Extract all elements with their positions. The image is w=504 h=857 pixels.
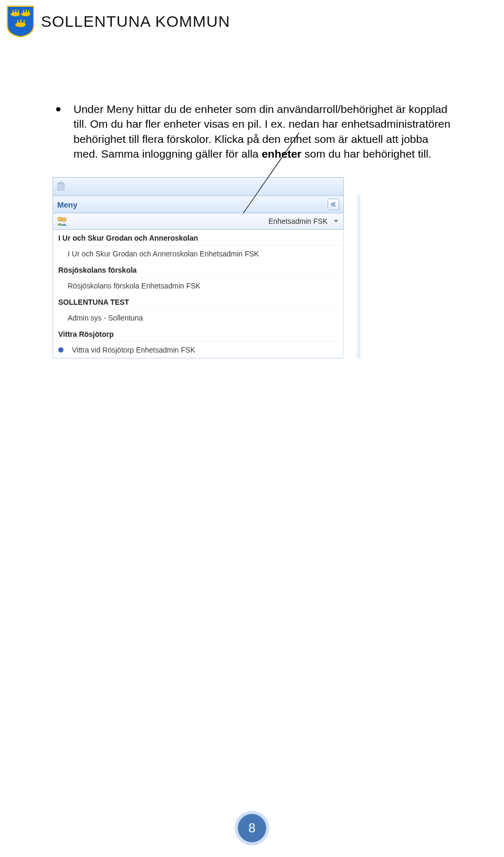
instruction-line: som du har behörighet till. (301, 148, 431, 160)
building-icon (56, 182, 66, 191)
role-selector[interactable]: Enhetsadmin FSK (52, 213, 344, 230)
collapse-button[interactable] (328, 199, 339, 210)
instruction-line: Samma inloggning gäller för alla (101, 148, 262, 160)
users-icon (56, 216, 68, 226)
svg-rect-1 (13, 10, 14, 14)
dropdown-item[interactable]: Vittra vid Rösjötorp Enhetsadmin FSK (53, 342, 343, 358)
svg-rect-17 (60, 185, 61, 187)
page-number-badge: 8 (238, 814, 266, 842)
dropdown-group: Vittra Rösjötorp (53, 326, 343, 342)
dropdown-item[interactable]: I Ur och Skur Grodan och Anneroskolan En… (53, 245, 343, 262)
crest-icon (6, 5, 35, 38)
svg-rect-11 (24, 20, 25, 25)
svg-point-22 (58, 217, 62, 221)
svg-rect-5 (23, 10, 24, 14)
svg-rect-14 (58, 184, 64, 190)
instruction-text: Under Meny hittar du de enheter som din … (74, 102, 452, 161)
menu-header: Meny (52, 195, 344, 213)
dropdown-item-label: I Ur och Skur Grodan och Anneroskolan En… (68, 250, 259, 258)
dropdown-item-label: Rösjöskolans förskola Enhetsadmin FSK (68, 282, 201, 290)
page-header: SOLLENTUNA KOMMUN (0, 0, 504, 39)
current-indicator-icon (58, 347, 64, 353)
chevron-left-double-icon (331, 202, 336, 207)
svg-rect-18 (62, 185, 63, 187)
svg-rect-10 (20, 19, 22, 25)
panel-side-border (356, 195, 360, 358)
dropdown-item[interactable]: Admin sys - Sollentuna (53, 309, 343, 326)
instruction-strong: enheter (261, 148, 301, 160)
app-panel: Meny Enhetsadmin FSK I Ur och Skur Groda… (52, 177, 344, 358)
instruction-line: Om du har fler enheter visas en pil. I e… (90, 118, 450, 130)
dropdown-item-label: Admin sys - Sollentuna (68, 314, 143, 322)
chevron-down-icon (334, 220, 338, 223)
svg-rect-16 (59, 185, 60, 187)
svg-marker-15 (57, 182, 65, 184)
unit-dropdown: I Ur och Skur Grodan och Anneroskolan I … (52, 230, 344, 358)
svg-rect-9 (17, 20, 18, 25)
svg-point-23 (62, 218, 66, 222)
dropdown-item-label: Vittra vid Rösjötorp Enhetsadmin FSK (72, 346, 195, 354)
org-title: SOLLENTUNA KOMMUN (41, 13, 230, 30)
svg-rect-7 (28, 10, 29, 14)
svg-rect-2 (15, 9, 16, 14)
page-number: 8 (248, 821, 255, 835)
app-screenshot: Meny Enhetsadmin FSK I Ur och Skur Groda… (52, 177, 357, 358)
dropdown-group: I Ur och Skur Grodan och Anneroskolan (53, 230, 343, 245)
svg-rect-19 (59, 188, 60, 189)
svg-rect-3 (18, 10, 19, 14)
svg-rect-21 (62, 188, 63, 189)
dropdown-group: SOLLENTUNA TEST (53, 294, 343, 309)
bullet-icon (56, 107, 60, 111)
dropdown-group: Rösjöskolans förskola (53, 262, 343, 277)
app-topbar (52, 177, 344, 195)
svg-rect-6 (26, 9, 27, 14)
svg-rect-20 (60, 188, 61, 189)
dropdown-item[interactable]: Rösjöskolans förskola Enhetsadmin FSK (53, 277, 343, 294)
role-label: Enhetsadmin FSK (268, 217, 330, 225)
menu-title: Meny (57, 200, 77, 209)
